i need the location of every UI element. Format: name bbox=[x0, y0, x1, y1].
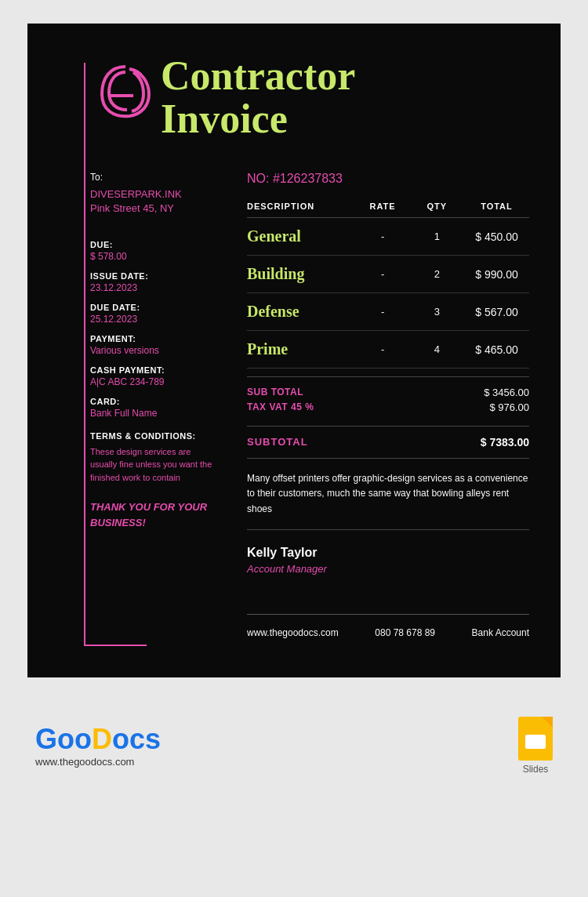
due-date-block: DUE DATE: 25.12.2023 bbox=[90, 303, 216, 325]
client-address: Pink Street 45, NY bbox=[90, 202, 216, 216]
payment-block: PAYMENT: Various versions bbox=[90, 334, 216, 356]
item-total: $ 450.00 bbox=[464, 231, 529, 243]
slides-doc-icon bbox=[518, 717, 553, 761]
invoice-number-value: #126237833 bbox=[273, 172, 343, 185]
to-label: To: bbox=[90, 172, 216, 183]
invoice-card: Contractor Invoice To: DIVESERPARK.INK P… bbox=[27, 24, 561, 677]
signer-name: Kelly Taylor bbox=[247, 546, 529, 560]
tax-row: TAX VAT 45 % $ 976.00 bbox=[247, 401, 529, 413]
tax-label: TAX VAT 45 % bbox=[247, 401, 314, 413]
cash-payment-label: CASH PAYMENT: bbox=[90, 365, 216, 375]
payment-value: Various versions bbox=[90, 345, 216, 356]
item-total: $ 567.00 bbox=[464, 306, 529, 318]
item-qty: 1 bbox=[410, 231, 464, 242]
signature-section: Kelly Taylor Account Manager bbox=[247, 546, 529, 575]
item-qty: 4 bbox=[410, 343, 464, 355]
grand-total-value: $ 7383.00 bbox=[481, 436, 529, 448]
slides-label: Slides bbox=[523, 764, 549, 775]
goodocs-logo: GooDocs www.thegoodocs.com bbox=[35, 723, 161, 768]
terms-text: These design services are usually fine u… bbox=[90, 445, 216, 485]
grand-total-label: SUBTOTAL bbox=[247, 436, 308, 448]
item-total: $ 990.00 bbox=[464, 268, 529, 281]
body-section: To: DIVESERPARK.INK Pink Street 45, NY D… bbox=[90, 172, 529, 638]
due-block: DUE: $ 578.00 bbox=[90, 240, 216, 262]
terms-block: TERMS & CONDITIONS: These design service… bbox=[90, 431, 216, 485]
cash-payment-value: A|C ABC 234-789 bbox=[90, 376, 216, 387]
subtotal-label: SUB TOTAL bbox=[247, 387, 303, 398]
item-rate: - bbox=[355, 306, 409, 318]
slides-doc-inner bbox=[525, 735, 546, 749]
notes-text: Many offset printers offer graphic-desig… bbox=[247, 471, 529, 530]
due-date-label: DUE DATE: bbox=[90, 303, 216, 312]
col-qty: QTY bbox=[410, 202, 464, 211]
issue-date-block: ISSUE DATE: 23.12.2023 bbox=[90, 271, 216, 293]
footer-bank: Bank Account bbox=[472, 627, 529, 638]
branding-footer: GooDocs www.thegoodocs.com Slides bbox=[27, 701, 561, 790]
col-rate: RATE bbox=[355, 202, 409, 211]
header-section: Contractor Invoice bbox=[90, 55, 529, 140]
item-name: Building bbox=[247, 265, 355, 283]
issue-date: 23.12.2023 bbox=[90, 282, 216, 293]
item-rate: - bbox=[355, 231, 409, 242]
invoice-number-label: NO: bbox=[247, 172, 269, 185]
card-block: CARD: Bank Full Name bbox=[90, 397, 216, 419]
invoice-number: NO: #126237833 bbox=[247, 172, 529, 186]
table-row: Defense - 3 $ 567.00 bbox=[247, 293, 529, 331]
card-label: CARD: bbox=[90, 397, 216, 406]
item-name: Defense bbox=[247, 303, 355, 321]
invoice-title-block: Contractor Invoice bbox=[161, 55, 355, 140]
invoice-footer: www.thegoodocs.com 080 78 678 89 Bank Ac… bbox=[247, 614, 529, 638]
company-logo bbox=[90, 55, 161, 125]
footer-phone: 080 78 678 89 bbox=[375, 627, 435, 638]
table-body: General - 1 $ 450.00 Building - 2 $ 990.… bbox=[247, 218, 529, 369]
due-date: 25.12.2023 bbox=[90, 314, 216, 325]
col-total: TOTAL bbox=[464, 202, 529, 211]
signer-title: Account Manager bbox=[247, 563, 529, 575]
due-label: DUE: bbox=[90, 240, 216, 249]
goodocs-text: GooDocs bbox=[35, 723, 161, 756]
left-column: To: DIVESERPARK.INK Pink Street 45, NY D… bbox=[90, 172, 231, 638]
slides-icon-block: Slides bbox=[518, 717, 553, 775]
grand-total-section: SUBTOTAL $ 7383.00 bbox=[247, 427, 529, 459]
grand-total-row: SUBTOTAL $ 7383.00 bbox=[247, 436, 529, 448]
item-qty: 3 bbox=[410, 306, 464, 318]
item-rate: - bbox=[355, 343, 409, 355]
card-value: Bank Full Name bbox=[90, 408, 216, 419]
due-amount: $ 578.00 bbox=[90, 251, 216, 262]
item-total: $ 465.00 bbox=[464, 343, 529, 356]
table-row: Prime - 4 $ 465.00 bbox=[247, 331, 529, 369]
client-info: DIVESERPARK.INK Pink Street 45, NY bbox=[90, 187, 216, 216]
item-name: General bbox=[247, 227, 355, 245]
client-name: DIVESERPARK.INK bbox=[90, 187, 216, 202]
col-description: DESCRIPTION bbox=[247, 202, 355, 211]
footer-website: www.thegoodocs.com bbox=[247, 627, 339, 638]
issue-date-label: ISSUE DATE: bbox=[90, 271, 216, 281]
right-column: NO: #126237833 DESCRIPTION RATE QTY TOTA… bbox=[231, 172, 529, 638]
corner-accent bbox=[84, 645, 147, 646]
item-qty: 2 bbox=[410, 268, 464, 280]
item-rate: - bbox=[355, 268, 409, 280]
subtotals-section: SUB TOTAL $ 3456.00 TAX VAT 45 % $ 976.0… bbox=[247, 376, 529, 427]
page-wrapper: Contractor Invoice To: DIVESERPARK.INK P… bbox=[0, 0, 588, 897]
payment-label: PAYMENT: bbox=[90, 334, 216, 343]
table-row: General - 1 $ 450.00 bbox=[247, 218, 529, 256]
tax-value: $ 976.00 bbox=[489, 401, 529, 413]
table-header: DESCRIPTION RATE QTY TOTAL bbox=[247, 202, 529, 218]
invoice-title: Contractor Invoice bbox=[161, 55, 355, 140]
goodocs-url: www.thegoodocs.com bbox=[35, 756, 161, 768]
subtotal-row: SUB TOTAL $ 3456.00 bbox=[247, 387, 529, 398]
thank-you: THANK YOU FOR YOUR BUSINESS! bbox=[90, 499, 216, 530]
subtotal-value: $ 3456.00 bbox=[484, 387, 529, 398]
table-row: Building - 2 $ 990.00 bbox=[247, 256, 529, 293]
cash-payment-block: CASH PAYMENT: A|C ABC 234-789 bbox=[90, 365, 216, 387]
terms-label: TERMS & CONDITIONS: bbox=[90, 431, 216, 441]
item-name: Prime bbox=[247, 340, 355, 358]
